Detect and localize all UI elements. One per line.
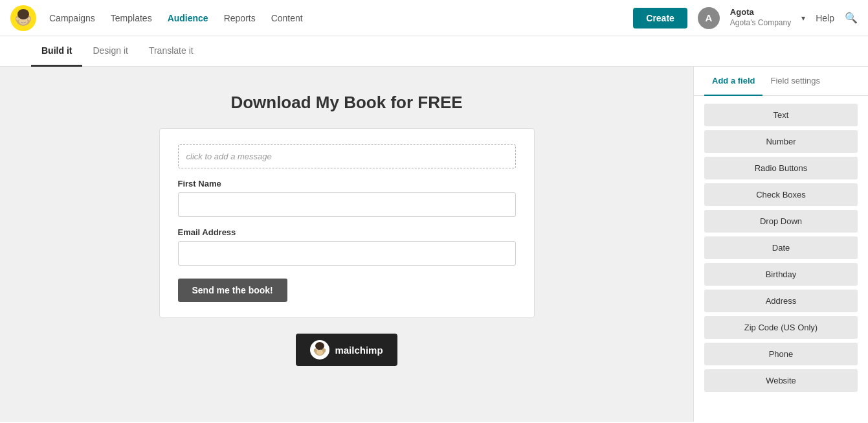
avatar: A <box>698 7 720 29</box>
user-dropdown-icon[interactable]: ▾ <box>801 14 805 23</box>
nav-templates[interactable]: Templates <box>111 13 152 23</box>
mailchimp-text: mailchimp <box>335 345 383 356</box>
field-btn-website[interactable]: Website <box>704 369 858 392</box>
nav-right: Create A Agota Agota's Company ▾ Help 🔍 <box>633 7 858 29</box>
main-layout: Download My Book for FREE click to add a… <box>0 67 868 422</box>
svg-point-14 <box>317 350 323 355</box>
svg-point-11 <box>17 9 29 19</box>
field-btn-address[interactable]: Address <box>704 290 858 312</box>
field-btn-radio-buttons[interactable]: Radio Buttons <box>704 157 858 179</box>
form-card: click to add a message First Name Email … <box>159 128 535 318</box>
create-button[interactable]: Create <box>633 8 687 29</box>
tab-build-it[interactable]: Build it <box>31 36 82 67</box>
mailchimp-badge: mailchimp <box>296 334 397 366</box>
svg-point-10 <box>28 17 30 20</box>
form-area: Download My Book for FREE click to add a… <box>0 67 693 422</box>
email-input[interactable] <box>178 241 516 266</box>
message-input[interactable]: click to add a message <box>178 144 516 168</box>
field-btn-zip-code[interactable]: Zip Code (US Only) <box>704 316 858 339</box>
help-link[interactable]: Help <box>816 13 834 23</box>
right-panel: Add a field Field settings Text Number R… <box>693 67 868 422</box>
top-nav: Campaigns Templates Audience Reports Con… <box>0 0 868 36</box>
field-btn-number[interactable]: Number <box>704 130 858 153</box>
field-btn-text[interactable]: Text <box>704 104 858 126</box>
svg-point-19 <box>314 349 317 352</box>
tab-design-it[interactable]: Design it <box>82 36 138 67</box>
search-icon[interactable]: 🔍 <box>845 12 858 24</box>
nav-campaigns[interactable]: Campaigns <box>49 13 95 23</box>
tab-translate-it[interactable]: Translate it <box>139 36 204 67</box>
form-title: Download My Book for FREE <box>230 93 462 113</box>
field-btn-phone[interactable]: Phone <box>704 343 858 365</box>
field-btn-check-boxes[interactable]: Check Boxes <box>704 183 858 206</box>
email-label: Email Address <box>178 227 516 237</box>
submit-button[interactable]: Send me the book! <box>178 279 287 302</box>
panel-tab-field-settings[interactable]: Field settings <box>762 67 828 96</box>
mailchimp-logo[interactable] <box>10 5 36 31</box>
svg-point-20 <box>323 349 326 352</box>
field-btn-date[interactable]: Date <box>704 236 858 259</box>
first-name-input[interactable] <box>178 192 516 217</box>
field-buttons-list: Text Number Radio Buttons Check Boxes Dr… <box>694 96 868 400</box>
nav-audience[interactable]: Audience <box>168 13 208 23</box>
nav-reports[interactable]: Reports <box>224 13 256 23</box>
svg-point-21 <box>315 342 324 350</box>
user-info: Agota Agota's Company <box>730 7 791 28</box>
field-btn-birthday[interactable]: Birthday <box>704 263 858 286</box>
panel-tabs: Add a field Field settings <box>694 67 868 96</box>
svg-point-9 <box>16 17 19 20</box>
user-company: Agota's Company <box>730 18 791 29</box>
panel-tab-add-field[interactable]: Add a field <box>704 67 762 96</box>
nav-content[interactable]: Content <box>271 13 303 23</box>
first-name-label: First Name <box>178 179 516 189</box>
user-name: Agota <box>730 7 791 18</box>
field-btn-drop-down[interactable]: Drop Down <box>704 210 858 233</box>
nav-links: Campaigns Templates Audience Reports Con… <box>49 13 633 23</box>
page-tabs: Build it Design it Translate it <box>0 36 868 67</box>
